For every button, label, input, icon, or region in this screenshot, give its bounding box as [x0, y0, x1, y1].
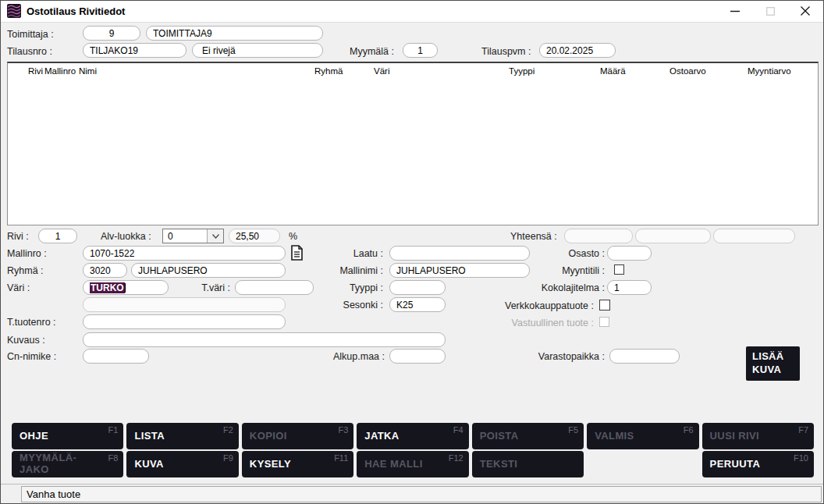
tilausnro-label: Tilausnro :	[7, 46, 52, 57]
lisaa-kuva-button[interactable]: LISÄÄ KUVA	[746, 346, 800, 381]
tilauspvm-label: Tilauspvm :	[481, 46, 531, 57]
tyyppi-field[interactable]	[389, 280, 446, 295]
peruuta-button[interactable]: PERUUTAF10	[702, 451, 814, 477]
kysely-button[interactable]: KYSELYF11	[242, 451, 353, 477]
hae-malli-button: HAE MALLIF12	[357, 451, 468, 477]
fkey-label: F4	[453, 425, 464, 435]
sesonki-label: Sesonki :	[338, 300, 383, 311]
mallinimi-label: Mallinimi :	[332, 265, 383, 276]
tilauspvm-field[interactable]	[539, 43, 616, 58]
tyyppi-label: Tyyppi :	[344, 282, 383, 293]
chevron-down-icon[interactable]	[207, 229, 223, 243]
rivi-label: Rivi :	[7, 231, 29, 242]
cn-nimike-field[interactable]	[83, 349, 149, 364]
osasto-field[interactable]	[607, 246, 652, 261]
alkup-maa-field[interactable]	[389, 349, 446, 364]
column-header-myyntiarvo: Myyntiarvo	[748, 66, 791, 76]
poista-button: POISTAF5	[472, 423, 584, 449]
myymala-jako-button: MYYMÄLÄ-JAKOF8	[12, 451, 123, 477]
close-icon	[801, 6, 810, 16]
jatka-button[interactable]: JATKAF4	[357, 423, 468, 449]
kopioi-button: KOPIOIF3	[242, 423, 353, 449]
ryhma-label: Ryhmä :	[7, 265, 44, 276]
app-icon	[7, 4, 21, 18]
alkup-maa-label: Alkup.maa :	[333, 351, 383, 362]
vari-name-field	[83, 297, 286, 312]
percent-sign: %	[289, 231, 297, 242]
kokolajitelma-label: Kokolajitelma :	[531, 282, 605, 293]
window-title: Ostotilaus Rivitiedot	[27, 5, 125, 17]
vari-field[interactable]: TURKO	[83, 280, 169, 295]
order-rows-table[interactable]: Rivi Mallinro Nimi Ryhmä Väri Tyyppi Mää…	[7, 62, 819, 225]
t-tuotenro-label: T.tuotenro :	[7, 317, 56, 328]
sesonki-field[interactable]	[389, 297, 446, 312]
column-header-rivi: Rivi	[28, 66, 43, 76]
myyntitili-label: Myyntitili :	[538, 265, 605, 276]
column-header-ostoarvo: Ostoarvo	[670, 66, 706, 76]
fkey-label: F7	[798, 425, 808, 435]
kuvaus-field[interactable]	[83, 332, 446, 347]
laatu-field[interactable]	[389, 246, 530, 261]
title-bar: Ostotilaus Rivitiedot	[1, 1, 823, 23]
fkey-label: F6	[684, 425, 694, 435]
myyntitili-checkbox[interactable]	[614, 264, 624, 275]
kuva-button[interactable]: KUVAF9	[126, 451, 238, 477]
verkkokauppatuote-checkbox[interactable]	[599, 300, 610, 311]
tvari-label: T.väri :	[191, 282, 230, 293]
laatu-label: Laatu :	[344, 248, 383, 259]
tilausnro-field[interactable]	[83, 43, 186, 58]
toimittaja-label: Toimittaja :	[7, 29, 54, 40]
varastopaikka-field[interactable]	[609, 349, 680, 364]
fkey-label: F5	[568, 425, 578, 435]
lista-button[interactable]: LISTAF2	[126, 423, 238, 449]
t-tuotenro-field[interactable]	[83, 314, 286, 329]
fkey-label: F3	[338, 425, 348, 435]
text-caret	[125, 283, 126, 293]
vastuullinen-label: Vastuullinen tuote :	[496, 318, 594, 328]
vari-selected-text: TURKO	[90, 282, 125, 293]
alv-luokka-label: Alv-luokka :	[101, 231, 151, 242]
minimize-button[interactable]	[722, 1, 748, 21]
status-message: Vanha tuote	[21, 486, 822, 502]
yhteensa-label: Yhteensä :	[510, 231, 557, 242]
myymala-field[interactable]	[403, 43, 438, 58]
rivi-field[interactable]	[38, 229, 77, 243]
mallinimi-field[interactable]	[389, 263, 530, 278]
ohje-button[interactable]: OHJEF1	[12, 423, 123, 449]
tvari-field[interactable]	[235, 280, 314, 295]
column-header-mallinro: Mallinro	[44, 66, 76, 76]
fkey-label: F8	[108, 453, 119, 463]
fkey-label: F1	[108, 425, 119, 435]
myymala-label: Myymälä :	[350, 46, 394, 57]
alv-prosentti-field	[229, 229, 280, 243]
verkkokauppatuote-label: Verkkokauppatuote :	[485, 300, 594, 311]
yhteensa-field-3	[713, 229, 795, 243]
mallinro-field[interactable]	[83, 246, 286, 261]
vastuullinen-checkbox	[599, 317, 609, 327]
yhteensa-field-2	[635, 229, 711, 243]
ryhma-code-field[interactable]	[83, 263, 127, 278]
ryhma-name-field[interactable]	[131, 263, 286, 278]
column-header-nimi: Nimi	[79, 66, 97, 76]
toimittaja-code-field[interactable]	[83, 26, 140, 41]
function-button-grid: OHJEF1 LISTAF2 KOPIOIF3 JATKAF4 POISTAF5…	[12, 423, 814, 477]
fkey-label: F11	[334, 453, 348, 463]
column-header-tyyppi: Tyyppi	[509, 66, 535, 76]
app-window: Ostotilaus Rivitiedot Toimittaja : Tilau…	[0, 0, 824, 504]
column-header-vari: Väri	[374, 66, 389, 76]
alv-luokka-select[interactable]: 0	[162, 229, 224, 243]
fkey-label: F2	[223, 425, 233, 435]
fkey-label: F10	[794, 453, 808, 463]
vari-label: Väri :	[7, 282, 30, 293]
maximize-icon	[766, 7, 775, 16]
document-icon[interactable]	[290, 245, 304, 264]
alv-luokka-value: 0	[163, 229, 207, 243]
kokolajitelma-field[interactable]	[607, 280, 652, 295]
close-button[interactable]	[792, 1, 819, 21]
cn-nimike-label: Cn-nimike :	[7, 351, 56, 362]
toimittaja-name-field[interactable]	[146, 26, 323, 41]
column-header-ryhma: Ryhmä	[314, 66, 343, 76]
rivit-info-field	[192, 43, 323, 58]
maximize-button	[757, 1, 783, 21]
osasto-label: Osasto :	[563, 248, 605, 259]
